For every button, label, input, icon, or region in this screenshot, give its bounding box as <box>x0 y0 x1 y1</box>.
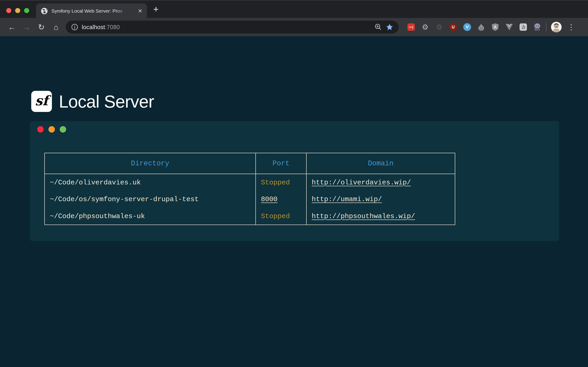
url-host: localhost <box>82 24 105 30</box>
symfony-logo: sf <box>31 91 52 112</box>
octocat-extension-icon[interactable] <box>533 23 541 31</box>
tab-title: Symfony Local Web Server: Prox <box>52 8 127 14</box>
directory-cell: ~/Code/phpsouthwales-uk <box>44 208 256 225</box>
column-header-directory: Directory <box>44 153 256 174</box>
profile-avatar[interactable] <box>551 22 562 32</box>
h-extension-icon[interactable]: h <box>519 23 527 31</box>
tab-strip: Symfony Local Web Server: Prox ✕ + <box>0 0 588 18</box>
directory-cell: ~/Code/os/symfony-server-drupal-test <box>44 191 256 208</box>
panel-window-dots <box>37 126 66 133</box>
table-header-row: Directory Port Domain <box>44 153 455 174</box>
brand-header: sf Local Server <box>31 91 154 112</box>
vue-extension-icon[interactable] <box>505 23 513 31</box>
port-cell: Stopped <box>256 208 306 225</box>
reload-button[interactable]: ↻ <box>34 20 49 34</box>
drupal-extension-icon[interactable] <box>477 23 485 31</box>
tab-close-icon[interactable]: ✕ <box>138 8 142 14</box>
status-stopped: Stopped <box>261 179 290 186</box>
extensions-row: •••| ⚙ ⚙ U V A h <box>407 23 541 31</box>
globe-icon <box>41 7 48 15</box>
active-tab[interactable]: Symfony Local Web Server: Prox ✕ <box>36 3 147 18</box>
panel-dot-green <box>60 126 66 133</box>
port-cell: 8000 <box>256 191 306 208</box>
status-stopped: Stopped <box>261 212 290 220</box>
column-header-port: Port <box>256 153 306 174</box>
page-content: sf Local Server Directory Port Domain <box>0 36 588 367</box>
url-port: :7080 <box>105 24 120 30</box>
browser-toolbar: ← → ↻ ⌂ localhost:7080 •••| ⚙ ⚙ U V <box>0 18 588 36</box>
site-info-icon[interactable] <box>71 24 78 31</box>
domain-link[interactable]: http://oliverdavies.wip/ <box>312 179 411 186</box>
page-title: Local Server <box>59 92 154 111</box>
angular-extension-icon[interactable]: A <box>491 23 499 31</box>
back-button[interactable]: ← <box>5 20 19 34</box>
window-controls <box>6 8 29 13</box>
column-header-domain: Domain <box>306 153 455 174</box>
servers-table: Directory Port Domain ~/Code/oliverdavie… <box>44 153 455 225</box>
home-button[interactable]: ⌂ <box>49 20 63 34</box>
panel-dot-orange <box>48 126 55 133</box>
window-zoom-button[interactable] <box>24 8 29 13</box>
table-row: ~/Code/os/symfony-server-drupal-test 800… <box>44 191 455 208</box>
table-row: ~/Code/oliverdavies.uk Stopped http://ol… <box>44 174 455 191</box>
forward-button[interactable]: → <box>19 20 34 34</box>
domain-link[interactable]: http://phpsouthwales.wip/ <box>312 212 415 220</box>
window-minimize-button[interactable] <box>15 8 20 13</box>
toolbar-separator <box>546 23 546 32</box>
symfony-logo-text: sf <box>35 93 48 108</box>
new-tab-button[interactable]: + <box>150 4 162 15</box>
port-link[interactable]: 8000 <box>261 195 277 203</box>
browser-menu-icon[interactable]: ⋮ <box>567 23 576 31</box>
domain-cell: http://oliverdavies.wip/ <box>306 174 455 191</box>
bookmark-star-icon[interactable] <box>386 23 393 31</box>
table-row: ~/Code/phpsouthwales-uk Stopped http://p… <box>44 208 455 225</box>
panel-dot-red <box>37 126 44 133</box>
gear-disabled-extension-icon[interactable]: ⚙ <box>435 23 443 31</box>
directory-cell: ~/Code/oliverdavies.uk <box>44 174 256 191</box>
domain-cell: http://phpsouthwales.wip/ <box>306 208 455 225</box>
domain-link[interactable]: http://umami.wip/ <box>312 195 382 203</box>
gear-extension-icon[interactable]: ⚙ <box>421 23 429 31</box>
port-cell: Stopped <box>256 174 306 191</box>
url-text[interactable]: localhost:7080 <box>82 24 120 31</box>
ublock-extension-icon[interactable]: U <box>449 23 457 31</box>
password-manager-extension-icon[interactable]: •••| <box>407 23 415 31</box>
vimium-extension-icon[interactable]: V <box>463 23 471 31</box>
domain-cell: http://umami.wip/ <box>306 191 455 208</box>
server-panel: Directory Port Domain ~/Code/oliverdavie… <box>30 121 559 241</box>
address-bar[interactable]: localhost:7080 <box>66 21 399 33</box>
window-close-button[interactable] <box>6 8 11 13</box>
zoom-icon[interactable] <box>374 23 382 31</box>
